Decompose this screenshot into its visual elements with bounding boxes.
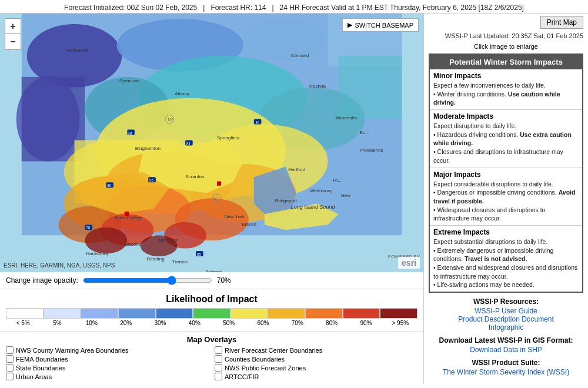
legend-labels: < 5%5%10%20%30%40%50%60%70%80%90%> 95% bbox=[6, 320, 417, 326]
impact-section: Extreme ImpactsExpect substantial disrup… bbox=[430, 226, 582, 292]
legend-color-box bbox=[6, 308, 44, 319]
svg-text:Waterbury: Waterbury bbox=[310, 188, 332, 193]
zoom-in-button[interactable]: + bbox=[5, 19, 21, 34]
resources-title: WSSI-P Resources: bbox=[429, 297, 583, 306]
overlay-checkbox[interactable] bbox=[215, 364, 222, 372]
zoom-out-button[interactable]: − bbox=[5, 34, 21, 49]
legend-color-box bbox=[380, 308, 417, 319]
legend-label: < 5% bbox=[6, 320, 40, 326]
legend-label: 10% bbox=[75, 320, 109, 326]
separator1: | bbox=[203, 4, 205, 12]
svg-text:Worcester: Worcester bbox=[336, 115, 358, 121]
svg-point-6 bbox=[243, 19, 328, 61]
legend-color-box bbox=[343, 308, 380, 319]
legend-label: 5% bbox=[40, 320, 74, 326]
svg-text:Binghamton: Binghamton bbox=[135, 146, 161, 151]
legend-label: 90% bbox=[349, 320, 383, 326]
legend-color-box bbox=[156, 308, 193, 319]
svg-text:NJ: NJ bbox=[214, 197, 219, 201]
forecast-header: Forecast Initialized: 00Z Sun 02 Feb, 20… bbox=[0, 0, 588, 14]
svg-text:Hartford: Hartford bbox=[288, 167, 305, 172]
svg-point-24 bbox=[85, 228, 127, 254]
svg-text:Springfield: Springfield bbox=[217, 135, 239, 141]
svg-text:Long Island Sound: Long Island Sound bbox=[291, 204, 336, 210]
wssi-suite-link[interactable]: The Winter Storm Severity Index (WSSI) bbox=[429, 368, 583, 376]
overlay-checkbox[interactable] bbox=[6, 355, 14, 363]
legend-title: Likelihood of Impact bbox=[6, 294, 417, 305]
svg-text:Trenton: Trenton bbox=[172, 259, 189, 265]
resource-link[interactable]: Product Description Document bbox=[429, 315, 583, 323]
impact-body-text: Expect disruptions to daily life.• Hazar… bbox=[433, 122, 579, 165]
overlay-checkbox[interactable] bbox=[6, 373, 14, 380]
overlay-checkbox[interactable] bbox=[215, 373, 222, 380]
svg-text:Providence: Providence bbox=[359, 148, 383, 153]
switch-basemap-label: SWITCH BASEMAP bbox=[355, 22, 413, 29]
impact-section: Moderate ImpactsExpect disruptions to da… bbox=[430, 110, 582, 168]
impacts-title: Potential Winter Storm Impacts bbox=[430, 55, 582, 69]
legend-color-box bbox=[268, 308, 305, 319]
impact-header: Major Impacts bbox=[433, 170, 579, 179]
legend-label: 50% bbox=[212, 320, 246, 326]
map-attribution: ESRI, HERE, GARMIN, NGA, USGS, NPS bbox=[4, 262, 115, 269]
svg-text:Altoona: Altoona bbox=[125, 242, 142, 247]
wssi-suite-section: WSSI Product Suite: The Winter Storm Sev… bbox=[429, 359, 583, 376]
overlay-label: ARTCC/FIR bbox=[225, 373, 259, 380]
zoom-controls: + − bbox=[5, 18, 21, 50]
switch-basemap-button[interactable]: ▶ SWITCH BASEMAP bbox=[342, 18, 419, 32]
overlay-label: River Forecast Center Boundaries bbox=[225, 347, 322, 354]
svg-text:Reading: Reading bbox=[147, 256, 165, 262]
overlay-checkbox[interactable] bbox=[215, 346, 222, 354]
opacity-slider[interactable] bbox=[83, 276, 212, 285]
overlays-grid: NWS County Warning Area BoundariesRiver … bbox=[6, 346, 417, 380]
overlay-item: NWS County Warning Area Boundaries bbox=[6, 346, 209, 354]
resource-link[interactable]: Infographic bbox=[429, 323, 583, 332]
overlay-label: NWS County Warning Area Boundaries bbox=[16, 347, 129, 354]
legend-label: 60% bbox=[246, 320, 280, 326]
overlay-item: NWS Public Forecast Zones bbox=[215, 364, 417, 372]
overlay-checkbox[interactable] bbox=[215, 355, 222, 363]
svg-text:New York: New York bbox=[225, 214, 245, 219]
legend-label: > 95% bbox=[383, 320, 417, 326]
svg-text:Ri...: Ri... bbox=[333, 178, 342, 183]
legend-color-box bbox=[193, 308, 230, 319]
print-map-button[interactable]: Print Map bbox=[540, 16, 583, 29]
overlay-checkbox[interactable] bbox=[6, 364, 14, 372]
click-enlarge[interactable]: Click image to enlarge bbox=[429, 43, 583, 50]
resources-section: WSSI-P Resources: WSSI-P User GuideProdu… bbox=[429, 297, 583, 332]
map-container[interactable]: Long Island Sound Rochester Syracuse Alb… bbox=[0, 14, 423, 272]
svg-text:81: 81 bbox=[186, 142, 191, 146]
map-section: Long Island Sound Rochester Syracuse Alb… bbox=[0, 14, 423, 384]
svg-text:Bo...: Bo... bbox=[359, 130, 369, 135]
svg-text:Bridgeport: Bridgeport bbox=[275, 198, 298, 203]
svg-text:88: 88 bbox=[128, 131, 132, 135]
impact-header: Minor Impacts bbox=[433, 72, 579, 80]
overlays-section: Map Overlays NWS County Warning Area Bou… bbox=[0, 331, 423, 384]
impacts-body: Minor ImpactsExpect a few inconveniences… bbox=[430, 69, 582, 292]
legend-color-box bbox=[230, 308, 268, 319]
svg-rect-31 bbox=[217, 182, 221, 186]
svg-text:80: 80 bbox=[107, 183, 111, 188]
legend-label: 80% bbox=[315, 320, 349, 326]
svg-text:New: New bbox=[341, 193, 350, 198]
overlay-label: NWS Public Forecast Zones bbox=[225, 364, 306, 372]
legend-color-box bbox=[81, 308, 118, 319]
svg-text:Allentown: Allentown bbox=[158, 238, 178, 243]
overlay-item: Counties Boundaries bbox=[215, 355, 417, 363]
legend-color-box bbox=[44, 308, 81, 319]
overlay-label: FEMA Boundaries bbox=[16, 356, 68, 363]
impact-body-text: Expect substantial disruptions to daily … bbox=[433, 238, 579, 289]
esri-logo: esri bbox=[398, 257, 420, 269]
opacity-value: 70% bbox=[217, 276, 231, 285]
svg-text:Philadel...: Philadel... bbox=[205, 269, 226, 272]
resource-link[interactable]: WSSI-P User Guide bbox=[429, 307, 583, 315]
download-shp-link[interactable]: Download Data in SHP bbox=[429, 346, 583, 354]
overlay-checkbox[interactable] bbox=[6, 346, 14, 354]
overlay-item: State Boundaries bbox=[6, 364, 209, 372]
map-svg: Long Island Sound Rochester Syracuse Alb… bbox=[0, 14, 423, 272]
svg-text:Albany: Albany bbox=[175, 91, 190, 96]
opacity-label: Change image opacity: bbox=[6, 276, 78, 285]
legend-colors bbox=[6, 308, 417, 319]
svg-text:Edison: Edison bbox=[242, 222, 256, 227]
impact-section: Major ImpactsExpect considerable disrupt… bbox=[430, 168, 582, 226]
overlay-label: Urban Areas bbox=[16, 373, 52, 380]
